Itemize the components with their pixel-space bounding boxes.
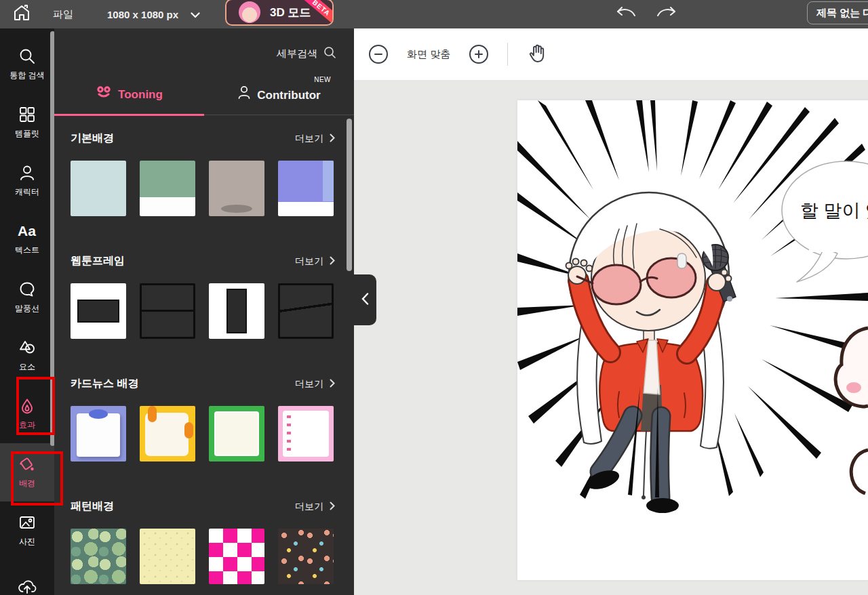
sidebar-item-background[interactable]: 배경	[0, 443, 54, 501]
elements-icon	[18, 339, 36, 356]
new-badge: NEW	[314, 76, 331, 83]
redo-icon	[656, 7, 676, 22]
section-basic-backgrounds: 기본배경 더보기	[71, 131, 335, 216]
sidebar-item-effects[interactable]: 효과	[0, 385, 54, 443]
sidebar-item-speech-bubble[interactable]: 말풍선	[0, 268, 54, 327]
thumbnail-green-wall-room[interactable]	[140, 161, 195, 216]
section-title: 웹툰프레임	[71, 254, 125, 268]
thumbnail-horizontal-panel[interactable]	[71, 283, 126, 339]
thumbnail-green-frame-note[interactable]	[209, 406, 264, 461]
more-label: 더보기	[295, 378, 323, 390]
file-menu[interactable]: 파일	[53, 0, 73, 28]
section-title: 카드뉴스 배경	[71, 377, 138, 391]
section-title: 패턴배경	[71, 499, 114, 514]
zoom-in-button[interactable]	[469, 45, 488, 64]
sidebar-item-label: 캐릭터	[15, 186, 39, 198]
thumbnail-diagonal-panel[interactable]	[278, 283, 334, 339]
sidebar-item-photo[interactable]: 사진	[0, 501, 54, 560]
search-icon	[18, 47, 36, 65]
section-cardnews-backgrounds: 카드뉴스 배경 더보기	[71, 377, 335, 461]
speech-bubble-text: 할 말이 있	[800, 201, 868, 221]
sidebar-item-label: 배경	[19, 478, 35, 489]
chevron-right-icon	[330, 379, 335, 390]
undo-button[interactable]	[612, 0, 642, 28]
singing-character[interactable]	[566, 192, 736, 513]
sidebar-item-label: 요소	[19, 361, 35, 373]
thumbnail-pink-spiral-note[interactable]	[278, 406, 334, 461]
speech-bubble[interactable]: 할 말이 있	[782, 161, 868, 282]
canvas-area: 화면 맞춤	[354, 28, 868, 595]
more-link[interactable]: 더보기	[295, 255, 335, 268]
thumbnail-wavy-checker[interactable]	[209, 529, 264, 584]
asset-panel: 세부검색 Tooning Contributor NEW 기본배경 더보기	[54, 28, 354, 595]
tab-tooning[interactable]: Tooning	[54, 66, 204, 116]
thumbnail-mint-room[interactable]	[71, 161, 126, 216]
speech-bubble-icon	[18, 281, 36, 298]
background-icon	[18, 455, 36, 473]
3d-mode-label: 3D 모드	[270, 5, 311, 20]
tab-contributor[interactable]: Contributor NEW	[204, 66, 354, 115]
zoom-out-button[interactable]	[369, 45, 388, 64]
templates-icon	[18, 106, 36, 123]
more-link[interactable]: 더보기	[295, 501, 335, 513]
3d-mode-button[interactable]: 3D 모드 BETA	[225, 0, 334, 26]
webtoon-illustration: 할 말이 있	[517, 100, 868, 580]
redo-button[interactable]	[651, 0, 681, 28]
tooning-logo-icon	[96, 84, 112, 102]
thumbnail-sticky-note[interactable]	[71, 406, 126, 461]
toolbar-divider	[507, 43, 508, 66]
undo-icon	[616, 7, 637, 22]
more-link[interactable]: 더보기	[295, 133, 335, 145]
thumbnail-purple-room[interactable]	[278, 161, 334, 216]
sidebar-item-label: 통합 검색	[9, 70, 44, 81]
document-title-field[interactable]: 제목 없는 디자	[807, 1, 868, 24]
more-label: 더보기	[295, 255, 323, 268]
sidebar-item-search[interactable]: 통합 검색	[0, 35, 54, 94]
chevron-right-icon	[330, 134, 335, 144]
effects-icon	[18, 397, 36, 415]
sidebar-item-character[interactable]: 캐릭터	[0, 152, 54, 210]
sidebar-item-text[interactable]: Aa 텍스트	[0, 210, 54, 268]
svg-text:Aa: Aa	[18, 223, 36, 239]
more-link[interactable]: 더보기	[295, 378, 335, 390]
panel-collapse-button[interactable]	[354, 274, 376, 325]
detail-search-button[interactable]: 세부검색	[54, 28, 354, 61]
hand-icon	[527, 43, 546, 63]
thumbnail-confetti-pattern[interactable]	[278, 529, 334, 584]
canvas-size-dropdown[interactable]: 1080 x 1080 px	[107, 0, 200, 28]
3d-character-avatar	[239, 1, 260, 23]
person-icon	[237, 85, 251, 102]
chevron-right-icon	[330, 256, 335, 267]
hand-tool-button[interactable]	[527, 43, 546, 66]
canvas-size-value: 1080 x 1080 px	[107, 9, 178, 20]
top-bar: 파일 1080 x 1080 px 3D 모드 BETA 제목 없는 디자	[0, 0, 868, 28]
thumbnail-two-row-panel[interactable]	[140, 283, 195, 339]
chevron-right-icon	[330, 501, 335, 512]
text-icon: Aa	[17, 222, 37, 240]
sidebar-item-label: 사진	[19, 536, 35, 548]
sidebar-item-label: 말풍선	[15, 303, 39, 314]
fit-screen-label[interactable]: 화면 맞춤	[407, 48, 450, 61]
sidebar-item-label: 효과	[19, 419, 35, 431]
section-pattern-backgrounds: 패턴배경 더보기	[71, 499, 335, 584]
panel-scrollbar[interactable]	[347, 119, 352, 271]
thumbnail-forest-pattern[interactable]	[71, 529, 126, 584]
photo-icon	[18, 514, 36, 531]
tab-contributor-label: Contributor	[257, 89, 320, 102]
canvas-toolbar: 화면 맞춤	[354, 28, 868, 80]
panel-tabs: Tooning Contributor NEW	[54, 66, 354, 115]
partial-character[interactable]	[835, 328, 868, 493]
chevron-down-icon	[191, 9, 200, 20]
design-page[interactable]: 할 말이 있	[517, 100, 868, 580]
home-button[interactable]	[0, 0, 43, 28]
thumbnail-taupe-room[interactable]	[209, 161, 264, 216]
sidebar-item-upload[interactable]	[0, 560, 54, 595]
sidebar-item-templates[interactable]: 템플릿	[0, 94, 54, 152]
sidebar-item-elements[interactable]: 요소	[0, 327, 54, 385]
minus-icon	[374, 49, 383, 59]
thumbnail-vertical-panel[interactable]	[209, 283, 264, 339]
asset-sections: 기본배경 더보기 웹툰프레임 더보기	[54, 131, 354, 584]
thumbnail-yellow-note[interactable]	[140, 406, 195, 461]
section-title: 기본배경	[71, 131, 114, 146]
thumbnail-dot-pattern[interactable]	[140, 529, 195, 584]
